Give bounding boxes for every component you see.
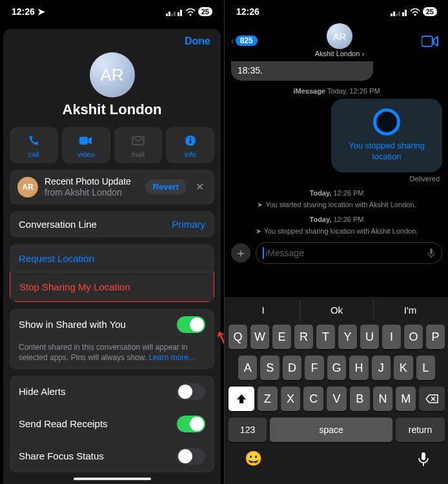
- key-space[interactable]: space: [270, 418, 392, 442]
- dictation-button[interactable]: [418, 450, 429, 467]
- back-count: 825: [236, 35, 258, 46]
- focus-status-row[interactable]: Share Focus Status: [10, 440, 214, 472]
- key-b[interactable]: B: [350, 387, 370, 411]
- key-i[interactable]: I: [382, 325, 401, 349]
- key-e[interactable]: E: [272, 325, 291, 349]
- dictation-icon[interactable]: [427, 247, 435, 259]
- prediction-2[interactable]: Ok: [300, 299, 373, 321]
- svg-rect-16: [402, 12, 404, 16]
- show-shared-label: Show in Shared with You: [19, 319, 126, 330]
- message-thread[interactable]: 18:35. iMessage Today, 12:26 PM You stop…: [225, 59, 448, 236]
- revert-button[interactable]: Revert: [145, 179, 187, 194]
- prediction-3[interactable]: I'm: [373, 299, 447, 321]
- video-icon: [65, 134, 108, 148]
- call-button[interactable]: call: [10, 127, 58, 163]
- photo-update-title: Recent Photo Update: [45, 176, 139, 187]
- svg-rect-7: [79, 137, 88, 145]
- key-backspace[interactable]: [419, 387, 445, 411]
- location-bubble[interactable]: You stopped sharing location: [331, 99, 442, 172]
- key-m[interactable]: M: [396, 387, 416, 411]
- svg-rect-17: [405, 10, 407, 16]
- read-receipts-row[interactable]: Send Read Receipts: [10, 408, 214, 440]
- key-p[interactable]: P: [426, 325, 445, 349]
- system-message-1: ➤You started sharing location with Akshi…: [231, 201, 442, 209]
- key-row-1: Q W E R T Y U I O P: [227, 321, 447, 352]
- message-input[interactable]: iMessage: [256, 242, 442, 264]
- learn-more-link[interactable]: Learn more...: [148, 353, 194, 362]
- key-q[interactable]: Q: [229, 325, 247, 349]
- nav-contact[interactable]: AR Akshit London ›: [315, 23, 364, 57]
- battery-indicator: 25: [423, 7, 437, 16]
- svg-rect-13: [393, 12, 395, 16]
- svg-rect-8: [132, 137, 144, 145]
- key-t[interactable]: T: [316, 325, 335, 349]
- system-timestamp-2: Today, 12:26 PM: [231, 216, 442, 223]
- key-a[interactable]: A: [238, 356, 257, 380]
- status-bar: 12:26 25: [225, 0, 448, 19]
- stop-sharing-button[interactable]: Stop Sharing My Location: [10, 272, 214, 302]
- dismiss-button[interactable]: ✕: [193, 181, 207, 193]
- svg-rect-19: [422, 36, 433, 46]
- photo-update-subtitle: from Akshit London: [45, 187, 139, 198]
- svg-point-18: [414, 14, 416, 16]
- status-icons: 25: [166, 6, 212, 17]
- info-button[interactable]: info: [166, 127, 214, 163]
- show-shared-row[interactable]: Show in Shared with You: [10, 308, 214, 341]
- key-v[interactable]: V: [327, 387, 347, 411]
- key-h[interactable]: H: [349, 356, 368, 380]
- key-l[interactable]: L: [416, 356, 435, 380]
- photo-update-card[interactable]: AR Recent Photo Update from Akshit Londo…: [10, 170, 214, 205]
- shared-with-you-card: Show in Shared with You Content shared i…: [10, 308, 214, 369]
- key-o[interactable]: O: [404, 325, 423, 349]
- key-x[interactable]: X: [281, 387, 301, 411]
- read-receipts-toggle[interactable]: [177, 416, 205, 432]
- avatar-initials: AR: [100, 65, 123, 85]
- back-button[interactable]: ‹ 825: [231, 35, 258, 46]
- avatar-small: AR: [17, 177, 38, 197]
- conversation-line-value: Primary: [172, 219, 205, 230]
- svg-rect-14: [396, 14, 398, 16]
- request-location-button[interactable]: Request Location: [10, 244, 214, 273]
- key-shift[interactable]: [229, 387, 254, 411]
- prediction-1[interactable]: I: [227, 299, 300, 321]
- battery-percent: 25: [426, 8, 434, 15]
- key-y[interactable]: Y: [338, 325, 357, 349]
- key-g[interactable]: G: [327, 356, 346, 380]
- key-k[interactable]: K: [394, 356, 412, 380]
- battery-percent: 25: [201, 8, 209, 15]
- key-return[interactable]: return: [396, 418, 445, 442]
- show-shared-toggle[interactable]: [177, 316, 205, 333]
- key-z[interactable]: Z: [258, 387, 278, 411]
- hide-alerts-toggle[interactable]: [177, 383, 205, 400]
- key-d[interactable]: D: [283, 356, 301, 380]
- done-button[interactable]: Done: [185, 35, 210, 46]
- attach-button[interactable]: ＋: [231, 243, 250, 263]
- hide-alerts-row[interactable]: Hide Alerts: [10, 376, 214, 408]
- key-f[interactable]: F: [305, 356, 323, 380]
- key-j[interactable]: J: [372, 356, 391, 380]
- conversation-line-row[interactable]: Conversation Line Primary: [10, 211, 214, 237]
- key-n[interactable]: N: [373, 387, 393, 411]
- phone-icon: [12, 134, 56, 148]
- messages-screen: 12:26 25 ‹ 825 AR Akshit London › 18:3: [224, 0, 448, 484]
- mail-label: mail: [117, 150, 160, 158]
- location-arrow-icon: ➤: [256, 227, 261, 235]
- key-123[interactable]: 123: [229, 418, 267, 442]
- key-s[interactable]: S: [260, 356, 279, 380]
- mail-button: mail: [114, 127, 163, 163]
- home-indicator[interactable]: [74, 478, 151, 480]
- location-arrow-icon: ➤: [37, 6, 45, 17]
- emoji-button[interactable]: 😀: [245, 450, 262, 467]
- location-card: Request Location Stop Sharing My Locatio…: [10, 244, 214, 302]
- avatar[interactable]: AR: [90, 52, 135, 97]
- key-r[interactable]: R: [294, 325, 313, 349]
- svg-rect-3: [174, 12, 176, 16]
- key-u[interactable]: U: [360, 325, 379, 349]
- facetime-button[interactable]: [422, 32, 442, 49]
- key-c[interactable]: C: [303, 387, 323, 411]
- message-bubble-prev[interactable]: 18:35.: [231, 61, 373, 81]
- focus-status-toggle[interactable]: [177, 448, 205, 465]
- delivered-label: Delivered: [231, 175, 440, 183]
- key-w[interactable]: W: [250, 325, 269, 349]
- video-button[interactable]: video: [62, 127, 110, 163]
